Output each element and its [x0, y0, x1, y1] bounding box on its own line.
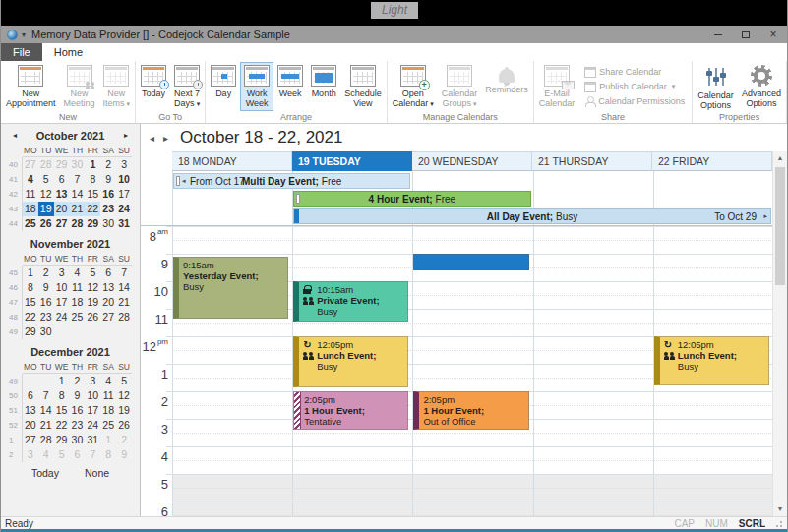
event-lunch-event-busy[interactable]: ↻12:05pmLunch Event;Busy: [654, 336, 769, 385]
calendar-options-button[interactable]: CalendarOptions: [694, 62, 738, 111]
mini-calendar-day[interactable]: 28: [70, 216, 86, 231]
mini-calendar-day[interactable]: 5: [116, 374, 132, 388]
day-header-21-thursday[interactable]: 21 THURSDAY: [532, 151, 652, 171]
mini-calendar-day[interactable]: 6: [100, 266, 116, 280]
mini-calendar-day[interactable]: 1: [54, 374, 70, 388]
mini-calendar-day[interactable]: 25: [100, 418, 116, 433]
day-header-19-tuesday[interactable]: 19 TUESDAY: [292, 151, 412, 171]
mini-calendar-day[interactable]: 25: [23, 216, 38, 231]
mini-calendar-day[interactable]: 6: [54, 172, 70, 187]
mini-calendar-day[interactable]: 2: [70, 374, 86, 388]
mini-calendar-day[interactable]: 7: [38, 388, 54, 403]
mini-calendar-day[interactable]: 3: [116, 157, 132, 172]
mini-calendar-day[interactable]: 30: [70, 433, 86, 447]
scroll-down-icon[interactable]: ▼: [773, 502, 787, 516]
advanced-options-button[interactable]: AdvancedOptions: [738, 62, 785, 111]
today-button[interactable]: Today: [137, 62, 170, 111]
mini-calendar-day[interactable]: 5: [85, 266, 100, 280]
event-private-event-busy[interactable]: 10:15amPrivate Event;Busy: [293, 281, 408, 322]
scrollbar-thumb[interactable]: [775, 167, 785, 285]
mini-calendar-day[interactable]: 14: [116, 280, 132, 295]
mini-calendar-day[interactable]: 23: [38, 310, 54, 325]
mini-calendar-day[interactable]: 8: [23, 280, 38, 295]
event-block[interactable]: [413, 254, 528, 270]
mini-calendar-day[interactable]: 18: [70, 295, 86, 310]
quick-access-caret-icon[interactable]: ▾: [22, 30, 26, 39]
month-button[interactable]: Month: [307, 62, 340, 111]
mini-calendar-day[interactable]: 13: [23, 403, 38, 418]
mini-calendar-day[interactable]: 29: [54, 433, 70, 447]
week-button[interactable]: Week: [273, 62, 307, 111]
open-calendar-button[interactable]: +OpenCalendar▾: [389, 62, 438, 111]
mini-calendar-day[interactable]: 17: [85, 403, 100, 418]
event-yesterday-event-busy[interactable]: 9:15amYesterday Event;Busy: [173, 257, 288, 319]
mini-calendar-day[interactable]: 29: [23, 325, 38, 339]
mini-calendar-day[interactable]: 4: [70, 266, 86, 280]
tab-home[interactable]: Home: [42, 43, 94, 61]
mini-calendar-day[interactable]: 8: [100, 447, 116, 462]
mini-calendar-day[interactable]: 2: [38, 266, 54, 280]
mini-calendar-day[interactable]: 24: [54, 310, 70, 325]
mini-calendar-day[interactable]: 10: [116, 172, 132, 187]
mini-calendar-day[interactable]: 13: [54, 187, 70, 202]
mini-calendar-day[interactable]: 6: [70, 447, 86, 462]
mini-calendar-day[interactable]: 2: [116, 433, 132, 447]
mini-calendar-day[interactable]: 27: [23, 157, 38, 172]
mini-calendar-day[interactable]: 15: [23, 295, 38, 310]
mini-calendar-day[interactable]: 15: [54, 403, 70, 418]
mini-calendar-day[interactable]: 18: [23, 202, 38, 216]
mini-calendar-day[interactable]: 11: [100, 388, 116, 403]
mini-calendar-day[interactable]: 7: [116, 266, 132, 280]
mini-calendar-day[interactable]: 15: [85, 187, 100, 202]
previous-month-icon[interactable]: ◂: [9, 131, 21, 140]
minimize-button[interactable]: [704, 26, 732, 43]
mini-calendar-day[interactable]: 4: [23, 172, 38, 187]
mini-calendar-day[interactable]: 30: [38, 325, 54, 339]
next-period-button[interactable]: ▸: [163, 133, 168, 144]
new-meeting-button[interactable]: NewMeeting: [60, 62, 99, 111]
previous-period-button[interactable]: ◂: [150, 133, 154, 144]
mini-calendar-day[interactable]: 29: [85, 216, 100, 231]
mini-calendar-day[interactable]: 2: [100, 157, 116, 172]
mini-calendar-day[interactable]: 24: [116, 202, 132, 216]
mini-calendar-day[interactable]: 18: [100, 403, 116, 418]
mini-calendar-day[interactable]: 9: [70, 388, 86, 403]
mini-calendar-day[interactable]: 31: [116, 216, 132, 231]
mini-calendar-day[interactable]: 28: [38, 433, 54, 447]
mini-calendar-day[interactable]: 5: [38, 172, 54, 187]
mini-calendar-day[interactable]: 1: [23, 266, 38, 280]
mini-calendar-day[interactable]: 14: [70, 187, 86, 202]
mini-calendar-day[interactable]: 17: [116, 187, 132, 202]
mini-calendar-day[interactable]: 21: [38, 418, 54, 433]
mini-calendar-day[interactable]: 10: [85, 388, 100, 403]
mini-calendar-day[interactable]: 28: [38, 157, 54, 172]
mini-calendar-day[interactable]: 3: [85, 374, 100, 388]
all-day-event-4-hour-event[interactable]: 4 Hour Event;Free: [293, 191, 530, 207]
mini-calendar-day[interactable]: 20: [23, 418, 38, 433]
event-resize-handle[interactable]: [176, 176, 180, 186]
maximize-button[interactable]: [732, 26, 759, 43]
mini-calendar-day[interactable]: 12: [85, 280, 100, 295]
mini-calendar-day[interactable]: 26: [38, 216, 54, 231]
mini-calendar-day[interactable]: 27: [54, 216, 70, 231]
mini-calendar-day[interactable]: 22: [23, 310, 38, 325]
mini-calendar-day[interactable]: 30: [100, 216, 116, 231]
mini-calendar-day[interactable]: 16: [70, 403, 86, 418]
mini-calendar-day[interactable]: 13: [100, 280, 116, 295]
mini-calendar-day[interactable]: 10: [54, 280, 70, 295]
mini-calendar-day[interactable]: 28: [116, 310, 132, 325]
calendar-permissions-button[interactable]: Calendar Permissions: [580, 94, 689, 108]
mini-calendar-day[interactable]: 12: [116, 388, 132, 403]
mini-calendar-day[interactable]: 26: [116, 418, 132, 433]
mini-calendar-day[interactable]: 23: [70, 418, 86, 433]
all-day-event-multi-day-event[interactable]: ◂From Oct 17Multi Day Event;Free: [173, 173, 410, 189]
event-lunch-event-busy[interactable]: ↻12:05pmLunch Event;Busy: [293, 336, 408, 387]
mini-calendar-day[interactable]: 30: [70, 157, 86, 172]
mini-calendar-day[interactable]: 12: [38, 187, 54, 202]
scroll-up-icon[interactable]: ▲: [773, 151, 787, 165]
mini-calendar-day[interactable]: 11: [70, 280, 86, 295]
mini-calendar-day[interactable]: 16: [38, 295, 54, 310]
event-1-hour-event-out-of-office[interactable]: 2:05pm1 Hour Event;Out of Office: [413, 391, 528, 430]
day-button[interactable]: Day: [207, 62, 240, 111]
calendar-groups-button[interactable]: CalendarGroups▾: [438, 62, 482, 111]
